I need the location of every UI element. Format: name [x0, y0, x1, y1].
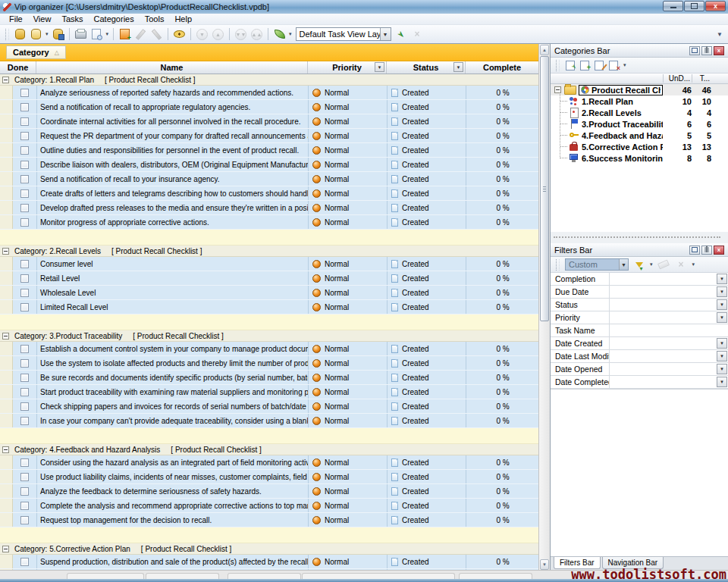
- filter-value-field[interactable]: [610, 324, 728, 336]
- filter-value-field[interactable]: [610, 363, 716, 375]
- task-row[interactable]: Start product traceability with examinin…: [0, 385, 538, 399]
- tree-item-4-feedback-and-hazard-analys[interactable]: 4.Feedback and Hazard Analys55: [551, 130, 728, 141]
- done-checkbox[interactable]: [20, 103, 29, 111]
- tree-header-undone[interactable]: UnD...: [663, 74, 692, 83]
- edit-category-button[interactable]: [594, 60, 605, 70]
- done-checkbox[interactable]: [20, 417, 29, 425]
- done-checkbox[interactable]: [20, 458, 29, 467]
- delete-layout-button[interactable]: ×: [410, 27, 425, 42]
- new-task-button[interactable]: [118, 27, 132, 42]
- filter-dropdown-button[interactable]: ▼: [717, 286, 727, 297]
- task-row[interactable]: In case your company can't provide adequ…: [0, 414, 538, 428]
- scroll-down-button[interactable]: ▼: [540, 559, 549, 570]
- task-row[interactable]: Establish a document control system in y…: [0, 342, 538, 356]
- task-row[interactable]: Be sure records and documents identify s…: [0, 371, 538, 385]
- task-row[interactable]: Request the PR department of your compan…: [0, 129, 538, 143]
- filter-value-field[interactable]: [610, 273, 716, 285]
- new-subcategory-button[interactable]: +: [579, 60, 591, 70]
- filters-toolbar-dropdown-icon[interactable]: ▾: [692, 261, 695, 268]
- task-row[interactable]: Use product liability claims, incidents …: [0, 470, 538, 484]
- apply-filter-dropdown-icon[interactable]: ▾: [650, 261, 653, 268]
- done-checkbox[interactable]: [20, 388, 29, 396]
- done-checkbox[interactable]: [20, 473, 29, 481]
- menu-categories[interactable]: Categories: [89, 14, 139, 23]
- task-row[interactable]: Consumer levelNormalCreated0 %: [0, 257, 538, 271]
- filter-dropdown-button[interactable]: ▼: [717, 274, 727, 284]
- filters-close-button[interactable]: x: [714, 246, 724, 255]
- layouts-button[interactable]: [272, 27, 287, 42]
- task-row[interactable]: Create drafts of letters and telegrams d…: [0, 186, 538, 201]
- task-row[interactable]: Analyze the feedback to determine seriou…: [0, 484, 538, 499]
- group-by-category-chip[interactable]: Category △: [6, 45, 66, 59]
- categories-toolbar-grip[interactable]: [556, 60, 560, 71]
- print-button[interactable]: [74, 27, 88, 42]
- done-checkbox[interactable]: [20, 260, 29, 268]
- done-checkbox[interactable]: [20, 303, 29, 311]
- open-database-dropdown-icon[interactable]: ▾: [46, 31, 49, 37]
- delete-task-button[interactable]: [149, 27, 164, 42]
- panel-splitter[interactable]: [551, 232, 728, 243]
- save-database-button[interactable]: [51, 27, 65, 42]
- move-down-button[interactable]: ▼: [195, 27, 209, 42]
- filter-dropdown-button[interactable]: ▼: [717, 364, 727, 374]
- scrollbar-thumb[interactable]: [540, 56, 549, 321]
- filter-value-field[interactable]: [610, 376, 716, 388]
- task-row[interactable]: Coordinate internal activities for all p…: [0, 114, 538, 129]
- vertical-scrollbar[interactable]: ▲ ▼: [538, 44, 550, 571]
- done-checkbox[interactable]: [20, 117, 29, 126]
- done-checkbox[interactable]: [20, 189, 29, 198]
- column-header-done[interactable]: Done: [0, 61, 36, 74]
- group-row[interactable]: Category: 2.Recall Levels[ Product Recal…: [0, 246, 538, 257]
- delete-filter-button[interactable]: ×: [674, 258, 689, 272]
- task-row[interactable]: Suspend production, distribution and sal…: [0, 555, 538, 569]
- filter-value-field[interactable]: [610, 337, 716, 349]
- menu-view[interactable]: View: [29, 14, 56, 23]
- column-header-priority[interactable]: Priority ▼: [308, 61, 387, 74]
- view-task-button[interactable]: [172, 27, 187, 42]
- task-row[interactable]: Send a notification of recall to appropr…: [0, 100, 538, 114]
- layout-combobox[interactable]: Default Task View Layout ▼: [296, 27, 391, 41]
- task-row[interactable]: Complete the analysis and recommend appr…: [0, 499, 538, 513]
- categories-pin-button[interactable]: [701, 46, 712, 55]
- collapse-icon[interactable]: [2, 446, 9, 453]
- menu-help[interactable]: Help: [170, 14, 196, 23]
- column-header-status[interactable]: Status ▼: [387, 61, 466, 74]
- new-database-button[interactable]: [13, 27, 27, 42]
- filter-preset-arrow-icon[interactable]: ▼: [619, 259, 628, 270]
- task-row[interactable]: Wholesale LevelNormalCreated0 %: [0, 286, 538, 300]
- done-checkbox[interactable]: [20, 502, 29, 510]
- clear-filter-button[interactable]: [657, 258, 671, 272]
- done-checkbox[interactable]: [20, 274, 29, 283]
- apply-filter-button[interactable]: [632, 258, 646, 272]
- group-row[interactable]: Category: 3.Product Traceability[ Produc…: [0, 330, 538, 342]
- task-row[interactable]: Analyze seriousness of reported safety h…: [0, 86, 538, 100]
- move-bottom-button[interactable]: ▼▼: [234, 27, 248, 42]
- scroll-up-button[interactable]: ▲: [540, 45, 549, 55]
- done-checkbox[interactable]: [20, 374, 29, 382]
- tree-item-2-recall-levels[interactable]: 2.Recall Levels44: [551, 107, 728, 118]
- collapse-icon[interactable]: [2, 546, 9, 552]
- categories-close-button[interactable]: x: [714, 46, 724, 55]
- done-checkbox[interactable]: [20, 345, 29, 353]
- menu-tools[interactable]: Tools: [140, 14, 169, 23]
- done-checkbox[interactable]: [20, 146, 29, 155]
- tree-item-5-corrective-action-plan[interactable]: 5.Corrective Action Plan1313: [551, 141, 728, 152]
- group-row[interactable]: Category: 4.Feedback and Hazard Analysis…: [0, 444, 538, 455]
- categories-float-button[interactable]: [689, 46, 700, 55]
- new-category-button[interactable]: ➣: [565, 60, 576, 70]
- column-header-complete[interactable]: Complete: [466, 61, 538, 74]
- done-checkbox[interactable]: [20, 218, 29, 227]
- print-dropdown-icon[interactable]: ▾: [106, 31, 109, 37]
- print-preview-button[interactable]: [89, 27, 104, 42]
- collapse-icon[interactable]: [2, 77, 9, 83]
- done-checkbox[interactable]: [20, 204, 29, 212]
- filter-preset-combobox[interactable]: Custom ▼: [565, 258, 629, 271]
- toolbar-grip[interactable]: [5, 29, 9, 40]
- group-row[interactable]: Category: 1.Recall Plan[ Product Recall …: [0, 74, 538, 86]
- apply-layout-button[interactable]: ➣: [394, 27, 409, 42]
- task-row[interactable]: Monitor progress of appropriate correcti…: [0, 215, 538, 230]
- menu-tasks[interactable]: Tasks: [57, 14, 87, 23]
- filter-dropdown-button[interactable]: ▼: [717, 377, 727, 387]
- status-filter-dropdown[interactable]: ▼: [453, 62, 463, 72]
- close-button[interactable]: x: [705, 1, 726, 11]
